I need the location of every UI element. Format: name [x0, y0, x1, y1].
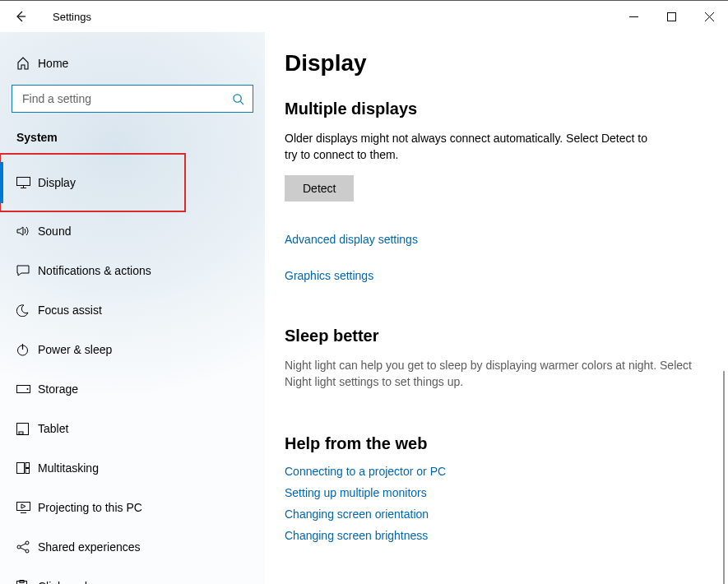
svg-rect-19	[17, 503, 30, 511]
help-link[interactable]: Changing screen orientation	[285, 508, 703, 521]
sidebar-item-power-sleep[interactable]: Power & sleep	[0, 330, 265, 369]
svg-point-5	[234, 94, 241, 101]
moon-icon	[16, 304, 38, 317]
clipboard-icon	[16, 580, 38, 584]
sidebar-item-label: Projecting to this PC	[38, 501, 142, 514]
monitor-icon	[16, 177, 38, 188]
project-icon	[16, 502, 38, 513]
tablet-icon	[16, 423, 38, 435]
search-icon	[232, 93, 244, 105]
sidebar-section-title: System	[0, 131, 265, 144]
back-button[interactable]	[12, 7, 30, 25]
sidebar-item-clipboard[interactable]: Clipboard	[0, 567, 265, 584]
sidebar-item-label: Notifications & actions	[38, 264, 151, 277]
sidebar-item-label: Sound	[38, 225, 71, 238]
sidebar-item-tablet[interactable]: Tablet	[0, 409, 265, 448]
sidebar-item-focus-assist[interactable]: Focus assist	[0, 290, 265, 330]
sidebar-item-multitasking[interactable]: Multitasking	[0, 448, 265, 488]
sidebar-item-label: Storage	[38, 382, 78, 396]
titlebar: Settings	[0, 1, 728, 32]
graphics-settings-link[interactable]: Graphics settings	[285, 269, 703, 282]
sidebar-item-storage[interactable]: Storage	[0, 369, 265, 409]
sidebar-item-label: Tablet	[38, 422, 68, 435]
help-link[interactable]: Changing screen brightness	[285, 529, 703, 542]
advanced-display-settings-link[interactable]: Advanced display settings	[285, 233, 703, 246]
content-area: Display Multiple displays Older displays…	[265, 32, 728, 584]
help-link[interactable]: Connecting to a projector or PC	[285, 465, 703, 478]
sidebar-item-display[interactable]: Display	[0, 154, 185, 211]
sidebar-home[interactable]: Home	[0, 49, 265, 80]
sidebar-item-projecting[interactable]: Projecting to this PC	[0, 488, 265, 527]
help-link[interactable]: Setting up multiple monitors	[285, 486, 703, 499]
share-icon	[16, 540, 38, 554]
maximize-button[interactable]	[652, 3, 690, 30]
sidebar-item-label: Focus assist	[38, 304, 102, 317]
power-icon	[16, 344, 38, 356]
svg-point-13	[27, 388, 29, 390]
detect-button[interactable]: Detect	[285, 175, 354, 202]
scrollbar[interactable]	[720, 67, 728, 584]
speaker-icon	[16, 225, 38, 237]
close-button[interactable]	[690, 3, 728, 30]
window-title: Settings	[53, 11, 91, 23]
svg-rect-17	[26, 463, 30, 468]
svg-point-23	[26, 549, 29, 553]
sidebar-item-label: Multitasking	[38, 461, 99, 475]
message-icon	[16, 265, 38, 276]
sidebar-item-sound[interactable]: Sound	[0, 211, 265, 251]
svg-line-24	[21, 544, 26, 546]
multiple-displays-desc: Older displays might not always connect …	[285, 130, 663, 164]
svg-line-6	[240, 101, 243, 104]
search-field[interactable]	[21, 91, 232, 106]
sidebar-home-label: Home	[38, 57, 68, 70]
sidebar-item-label: Display	[38, 176, 76, 189]
multitask-icon	[16, 462, 38, 474]
svg-point-22	[26, 541, 29, 545]
page-title: Display	[285, 50, 703, 76]
sidebar-item-notifications[interactable]: Notifications & actions	[0, 251, 265, 290]
svg-rect-16	[17, 463, 25, 474]
sleep-better-desc: Night light can help you get to sleep by…	[285, 357, 696, 391]
sleep-better-heading: Sleep better	[285, 327, 703, 345]
svg-rect-2	[667, 12, 675, 21]
multiple-displays-heading: Multiple displays	[285, 100, 703, 118]
svg-rect-15	[19, 432, 23, 434]
search-input[interactable]	[12, 85, 253, 113]
sidebar-item-label: Shared experiences	[38, 540, 141, 554]
svg-line-25	[21, 548, 26, 550]
svg-point-21	[17, 545, 21, 549]
svg-rect-7	[17, 178, 30, 186]
drive-icon	[16, 385, 38, 393]
sidebar-item-label: Clipboard	[38, 580, 87, 584]
sidebar-item-shared-experiences[interactable]: Shared experiences	[0, 527, 265, 567]
help-from-web-heading: Help from the web	[285, 434, 703, 453]
sidebar: Home System Display	[0, 32, 265, 584]
home-icon	[16, 57, 38, 70]
svg-rect-18	[26, 469, 30, 474]
sidebar-item-label: Power & sleep	[38, 343, 112, 356]
minimize-button[interactable]	[614, 3, 652, 30]
scrollbar-thumb[interactable]	[723, 371, 725, 584]
